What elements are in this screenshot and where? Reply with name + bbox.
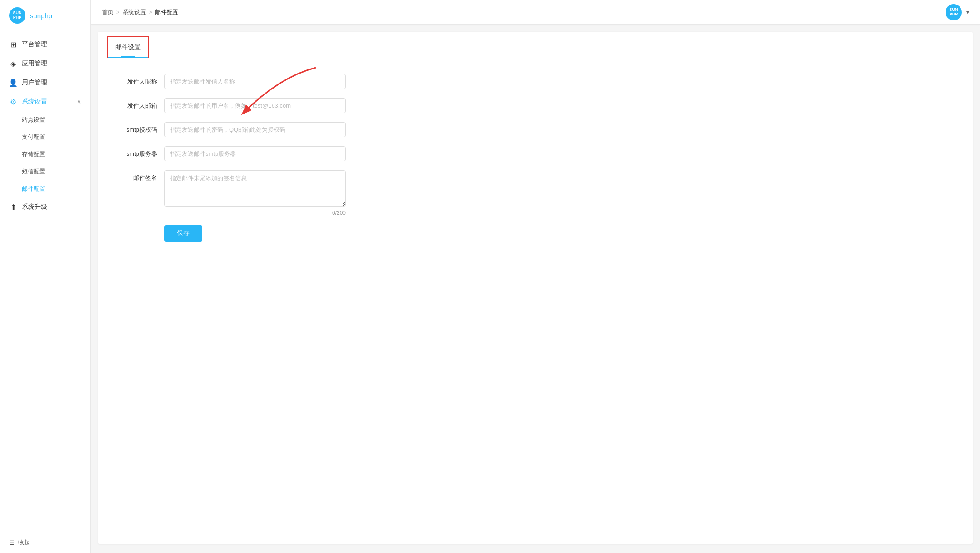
sidebar-item-site[interactable]: 站点设置 — [0, 111, 90, 128]
input-wrap-sender-name — [164, 74, 346, 89]
app-icon: ◈ — [9, 59, 17, 68]
settings-arrow-icon: ∧ — [77, 99, 81, 105]
sidebar-item-pay[interactable]: 支付配置 — [0, 128, 90, 146]
input-signature[interactable] — [164, 170, 346, 207]
form-row-signature: 邮件签名 0/200 — [112, 170, 959, 216]
input-wrap-smtp-server — [164, 146, 346, 161]
sidebar-item-upgrade[interactable]: ⬆ 系统升级 — [0, 198, 90, 217]
form-actions: 保存 — [112, 225, 959, 242]
nav-menu: ⊞ 平台管理 ◈ 应用管理 👤 用户管理 ⚙ 系统设置 ∧ 站点设置 支付配置 … — [0, 31, 90, 532]
tab-email-label: 邮件设置 — [115, 44, 141, 51]
platform-icon: ⊞ — [9, 40, 17, 49]
upgrade-icon: ⬆ — [9, 203, 17, 211]
label-smtp-server: smtp服务器 — [112, 146, 157, 158]
input-sender-name[interactable] — [164, 74, 346, 89]
collapse-label: 收起 — [18, 538, 30, 547]
input-wrap-signature: 0/200 — [164, 170, 346, 216]
pay-label: 支付配置 — [22, 133, 45, 141]
storage-label: 存储配置 — [22, 150, 45, 158]
sidebar: SUNPHP sunphp ⊞ 平台管理 ◈ 应用管理 👤 用户管理 ⚙ 系统设… — [0, 0, 91, 553]
settings-label: 系统设置 — [22, 98, 73, 106]
breadcrumb-sep-2: > — [149, 9, 152, 15]
page-body: 邮件设置 发件人昵称 — [91, 25, 980, 553]
input-wrap-sender-email — [164, 98, 346, 113]
logo-icon: SUNPHP — [9, 7, 25, 24]
sidebar-item-storage[interactable]: 存储配置 — [0, 146, 90, 163]
content-wrapper: 邮件设置 发件人昵称 — [98, 32, 973, 544]
sidebar-logo[interactable]: SUNPHP sunphp — [0, 0, 90, 31]
collapse-icon: ☰ — [9, 539, 15, 546]
input-sender-email[interactable] — [164, 98, 346, 113]
logo-label: sunphp — [30, 12, 52, 20]
settings-submenu: 站点设置 支付配置 存储配置 短信配置 邮件配置 — [0, 111, 90, 198]
label-sender-name: 发件人昵称 — [112, 74, 157, 86]
breadcrumb-home[interactable]: 首页 — [102, 8, 113, 16]
save-button[interactable]: 保存 — [164, 225, 202, 242]
user-icon: 👤 — [9, 79, 17, 87]
app-label: 应用管理 — [22, 59, 81, 68]
form-area: 发件人昵称 发件人邮箱 smtp授权码 — [98, 63, 973, 252]
tab-underline — [121, 56, 135, 57]
main-content: 首页 > 系统设置 > 邮件配置 SUNPHP ▾ 邮件设置 — [91, 0, 980, 553]
tab-header: 邮件设置 — [98, 32, 973, 63]
sidebar-item-email[interactable]: 邮件配置 — [0, 180, 90, 198]
input-smtp-server[interactable] — [164, 146, 346, 161]
breadcrumb-current: 邮件配置 — [155, 8, 178, 16]
sidebar-item-app[interactable]: ◈ 应用管理 — [0, 54, 90, 73]
site-label: 站点设置 — [22, 116, 45, 124]
header-dropdown-arrow-icon[interactable]: ▾ — [966, 9, 969, 15]
breadcrumb: 首页 > 系统设置 > 邮件配置 — [102, 8, 178, 16]
tab-email-settings[interactable]: 邮件设置 — [107, 36, 149, 58]
label-signature: 邮件签名 — [112, 170, 157, 182]
upgrade-label: 系统升级 — [22, 203, 81, 211]
sms-label: 短信配置 — [22, 168, 45, 176]
sidebar-item-settings[interactable]: ⚙ 系统设置 ∧ — [0, 92, 90, 111]
header-right: SUNPHP ▾ — [946, 4, 969, 20]
form-row-sender-name: 发件人昵称 — [112, 74, 959, 89]
sidebar-collapse-button[interactable]: ☰ 收起 — [0, 532, 90, 553]
email-label: 邮件配置 — [22, 185, 45, 193]
sidebar-item-sms[interactable]: 短信配置 — [0, 163, 90, 180]
form-row-smtp-auth: smtp授权码 — [112, 122, 959, 137]
sidebar-item-platform[interactable]: ⊞ 平台管理 — [0, 35, 90, 54]
sidebar-item-user[interactable]: 👤 用户管理 — [0, 73, 90, 92]
breadcrumb-sep-1: > — [116, 9, 120, 15]
input-wrap-smtp-auth — [164, 122, 346, 137]
label-smtp-auth: smtp授权码 — [112, 122, 157, 134]
platform-label: 平台管理 — [22, 40, 81, 49]
form-row-smtp-server: smtp服务器 — [112, 146, 959, 161]
form-row-sender-email: 发件人邮箱 — [112, 98, 959, 113]
user-label: 用户管理 — [22, 79, 81, 87]
avatar-text: SUNPHP — [949, 8, 958, 17]
header-avatar[interactable]: SUNPHP — [946, 4, 962, 20]
label-sender-email: 发件人邮箱 — [112, 98, 157, 110]
input-smtp-auth[interactable] — [164, 122, 346, 137]
settings-icon: ⚙ — [9, 98, 17, 106]
breadcrumb-settings[interactable]: 系统设置 — [122, 8, 146, 16]
char-count: 0/200 — [164, 210, 346, 216]
header: 首页 > 系统设置 > 邮件配置 SUNPHP ▾ — [91, 0, 980, 25]
